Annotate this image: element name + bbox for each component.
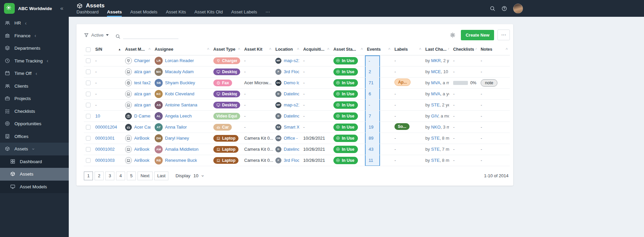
events-cell[interactable]: 19 <box>365 122 380 133</box>
location-link[interactable]: map-s21\kc <box>284 58 299 63</box>
events-cell[interactable]: 71 <box>365 78 380 88</box>
column-header-acquisiti[interactable]: Acquisiti...^ <box>301 45 331 55</box>
events-link[interactable]: 43 <box>369 147 373 152</box>
tab-dashboard[interactable]: Dashboard <box>76 9 99 17</box>
sidebar-collapse-button[interactable]: « <box>59 5 65 12</box>
row-checkbox[interactable] <box>86 147 91 152</box>
sidebar-item-time-off[interactable]: Time Off‹ <box>0 67 69 80</box>
location-link[interactable]: Office - Bra <box>284 136 299 141</box>
location-link[interactable]: 3rd Floor <box>284 69 299 74</box>
assignee-link[interactable]: Kobi Cleveland <box>165 91 194 96</box>
events-link[interactable]: 71 <box>369 80 373 85</box>
sn-link[interactable]: 10 <box>95 113 100 118</box>
column-header-last-cha[interactable]: Last Cha...^ <box>423 45 451 55</box>
search-icon[interactable] <box>490 6 495 11</box>
events-link[interactable]: 11 <box>369 158 373 163</box>
sn-link[interactable]: 000001204 <box>95 125 117 130</box>
tab-more[interactable]: ⋯ <box>265 9 270 17</box>
sidebar-item-clients[interactable]: Clients <box>0 80 69 93</box>
sn-link[interactable]: 00001001 <box>95 136 115 141</box>
location-link[interactable]: Smart X <box>284 125 299 130</box>
row-checkbox[interactable] <box>86 81 91 85</box>
sidebar-item-departments[interactable]: Departments <box>0 42 69 55</box>
asset-model-link[interactable]: AirBook 14 <box>134 158 151 163</box>
last-changed-user-link[interactable]: STE <box>431 136 439 141</box>
column-header-labels[interactable]: Labels^ <box>392 45 423 55</box>
asset-model-link[interactable]: alza gaming <box>134 102 151 107</box>
assignee-link[interactable]: Shyam Buckley <box>165 80 195 85</box>
sn-link[interactable]: 00001003 <box>95 158 115 163</box>
page-button-3[interactable]: 3 <box>105 172 114 180</box>
events-cell[interactable]: 43 <box>365 144 380 155</box>
tab-asset-labels[interactable]: Asset Labels <box>231 9 257 17</box>
column-header-asset-type[interactable]: Asset Type^ <box>211 45 242 55</box>
events-cell[interactable]: - <box>365 100 380 110</box>
column-header-notes[interactable]: Notes^ <box>479 45 510 55</box>
assignee-link[interactable]: Renesmee Buck <box>165 158 197 163</box>
status-filter-dropdown[interactable]: Active <box>84 33 109 38</box>
note-chip[interactable]: note <box>481 79 497 87</box>
select-all-checkbox[interactable] <box>86 47 91 52</box>
column-header-asset-m[interactable]: Asset M...^ <box>123 45 153 55</box>
sidebar-subitem-assets[interactable]: Assets <box>0 168 69 181</box>
last-changed-user-link[interactable]: MVA <box>431 91 440 96</box>
column-header-checklists[interactable]: Checklists^ <box>451 45 479 55</box>
sidebar-subitem-asset-models[interactable]: Asset Models <box>0 181 69 193</box>
column-header-assignee[interactable]: Assignee^ <box>153 45 211 55</box>
location-link[interactable]: Datelinova <box>284 147 299 152</box>
sidebar-item-projects[interactable]: Projects <box>0 92 69 105</box>
last-changed-user-link[interactable]: MVA <box>431 80 440 85</box>
assignee-link[interactable]: Daryl Haney <box>165 136 189 141</box>
last-changed-user-link[interactable]: STE <box>431 158 439 163</box>
asset-model-link[interactable]: alza gaming <box>134 91 151 96</box>
last-changed-user-link[interactable]: STE <box>431 102 439 107</box>
sn-link[interactable]: 00001002 <box>95 147 115 152</box>
last-changed-user-link[interactable]: MCE <box>431 69 441 74</box>
sidebar-item-opportunities[interactable]: Opportunities <box>0 117 69 130</box>
row-checkbox[interactable] <box>86 92 91 96</box>
tab-asset-kits[interactable]: Asset Kits <box>166 9 186 17</box>
location-link[interactable]: map-s21\kc <box>284 102 299 107</box>
table-search-icon[interactable] <box>115 34 120 39</box>
sidebar-item-finance[interactable]: Finance‹ <box>0 30 69 42</box>
events-link[interactable]: 6 <box>369 91 371 96</box>
assignee-link[interactable]: Lorcan Reader <box>165 58 194 63</box>
table-settings-gear-icon[interactable] <box>450 32 455 38</box>
next-page-button[interactable]: Next <box>138 172 153 180</box>
tab-asset-kits-old[interactable]: Asset Kits Old <box>194 9 223 17</box>
location-link[interactable]: Datelinova <box>284 91 299 96</box>
asset-model-link[interactable]: alza gaming <box>134 69 151 74</box>
row-checkbox[interactable] <box>86 125 91 130</box>
more-actions-button[interactable]: ⋯ <box>497 30 510 40</box>
page-button-2[interactable]: 2 <box>95 172 104 180</box>
events-cell[interactable]: 6 <box>365 89 380 99</box>
location-link[interactable]: Datelinova <box>284 113 299 118</box>
asset-model-link[interactable]: Charger 2.0 <box>134 58 151 63</box>
sidebar-subitem-dashboard[interactable]: Dashboard <box>0 155 69 168</box>
row-checkbox[interactable] <box>86 103 91 107</box>
assignee-link[interactable]: Anna Tailor <box>165 125 187 130</box>
tab-asset-models[interactable]: Asset Models <box>130 9 157 17</box>
assignee-link[interactable]: Angela Leech <box>165 113 192 118</box>
asset-model-link[interactable]: AirBook 14 <box>134 147 151 152</box>
page-button-4[interactable]: 4 <box>116 172 125 180</box>
user-avatar[interactable] <box>513 4 523 13</box>
events-link[interactable]: 19 <box>369 125 373 130</box>
events-cell[interactable]: 2 <box>365 66 380 77</box>
sidebar-item-time-tracking[interactable]: Time Tracking‹ <box>0 55 69 67</box>
asset-model-link[interactable]: test fax2 <box>134 80 151 85</box>
events-link[interactable]: 2 <box>369 69 371 74</box>
events-link[interactable]: 89 <box>369 136 373 141</box>
events-cell[interactable]: - <box>365 55 380 66</box>
last-changed-user-link[interactable]: NKO <box>431 125 440 130</box>
row-checkbox[interactable] <box>86 114 91 118</box>
column-header-events[interactable]: Events^ <box>365 45 392 55</box>
table-search-input[interactable] <box>123 31 178 39</box>
display-count-select[interactable]: Display 10 ‹ <box>175 173 203 179</box>
assignee-link[interactable]: Antoine Santana <box>165 102 197 107</box>
row-checkbox[interactable] <box>86 69 91 74</box>
help-icon[interactable] <box>501 6 507 11</box>
row-checkbox[interactable] <box>86 58 91 63</box>
last-changed-user-link[interactable]: MKR <box>431 58 441 63</box>
column-header-asset-kit[interactable]: Asset Kit^ <box>242 45 273 55</box>
